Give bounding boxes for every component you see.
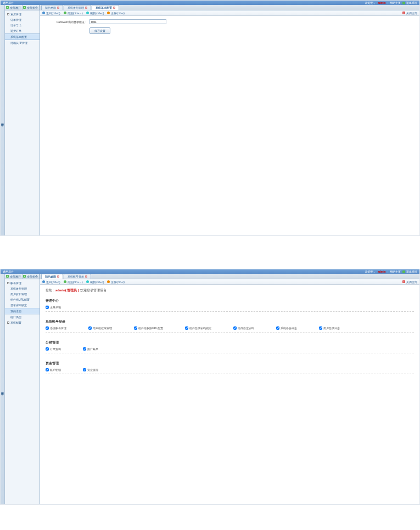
checkbox[interactable] [233, 326, 237, 330]
forward-button[interactable]: 前进(ctrl+→) [64, 280, 83, 284]
vnav-orders[interactable]: 订单管理 [1, 120, 4, 122]
perm-checkbox[interactable]: 组件组权限URL配置 [134, 326, 163, 330]
site-home-link[interactable]: 网站主页 [390, 1, 401, 4]
fullscreen-button[interactable]: 全屏(ctrl+r) [107, 280, 125, 284]
tab-desktop[interactable]: 我的桌面× [41, 274, 63, 279]
refresh-button[interactable]: 刷新(ctrl+q) [86, 12, 104, 15]
checkbox[interactable] [46, 326, 49, 330]
plus-icon: + [23, 275, 26, 278]
checkbox[interactable] [276, 326, 279, 330]
tab-sysconfig[interactable]: 系统基本配置× [92, 5, 119, 10]
forward-icon [64, 12, 66, 14]
section-title: 系统帐号登录 [46, 319, 414, 324]
back-icon [42, 280, 45, 283]
sidebar-group-account[interactable]: -帐号管理 [5, 280, 40, 286]
fullscreen-icon [107, 12, 110, 14]
welcome-line: 登陆：admin( 管理员 ) 欢迎登录管理后台 [40, 285, 419, 296]
checkbox[interactable] [83, 347, 86, 351]
close-icon: × [402, 12, 405, 14]
sidebar-item-sysconfig[interactable]: 系统基本配置 [5, 33, 40, 40]
fullscreen-button[interactable]: 全屏(ctrl+r) [107, 12, 125, 15]
sidebar-item-stats[interactable]: 统计类型 [5, 314, 40, 320]
perm-checkbox[interactable]: 订单查询 [46, 347, 61, 351]
back-button[interactable]: 返回(ctrl+b) [42, 280, 60, 284]
checkbox[interactable] [185, 326, 188, 330]
refresh-button[interactable]: 刷新(ctrl+q) [86, 280, 104, 284]
perm-checkbox[interactable]: 主菜单项 [46, 306, 61, 309]
top-bar: 通用后台 欢迎您， admin | 网站主页 退出系统 [1, 1, 419, 5]
logout-button[interactable]: 退出系统 [402, 270, 417, 273]
perm-checkbox[interactable]: 推广账单 [83, 347, 98, 351]
refresh-icon [86, 280, 89, 283]
sidebar-item-discount[interactable]: 用户折扣管理 [5, 291, 40, 297]
sidebar-item-return[interactable]: 退货订单 [5, 28, 40, 33]
sidebar-item-pwdlock[interactable]: 登录密码锁定 [5, 302, 40, 308]
forward-icon [64, 280, 66, 283]
login-verify-input[interactable] [89, 19, 166, 24]
perm-checkbox[interactable]: 用户登录日志 [319, 326, 340, 330]
checkbox[interactable] [46, 306, 49, 309]
sidebar: +全部展开 +全部折叠 -帐号管理 系统参与管理 用户折扣管理 组件组URL配置… [5, 274, 40, 504]
exit-icon [402, 2, 405, 4]
perm-checkbox[interactable]: 用户组权限管理 [88, 326, 112, 330]
sidebar: +全部展开 +全部折叠 -发货管理 订单管理 订单导出 退货订单 系统基本配置 … [5, 5, 40, 235]
checkbox[interactable] [46, 368, 49, 371]
perm-checkbox[interactable]: 账户明细 [46, 368, 61, 371]
logout-button[interactable]: 退出系统 [402, 1, 417, 4]
close-all-button[interactable]: ×关闭全部 [402, 280, 417, 284]
section-title: 分销管理 [46, 340, 414, 345]
exit-icon [402, 270, 405, 273]
perm-checkbox[interactable]: 组件登录密码锁定 [185, 326, 211, 330]
tab-sysaccount[interactable]: 系统帐号登录× [64, 274, 91, 279]
checkbox[interactable] [83, 368, 86, 371]
sidebar-item-desktop[interactable]: 我的桌面 [5, 308, 40, 314]
collapse-all[interactable]: +全部折叠 [23, 274, 40, 279]
checkbox[interactable] [46, 347, 49, 351]
site-home-link[interactable]: 网站主页 [390, 270, 401, 273]
sidebar-item-export[interactable]: 订单导出 [5, 22, 40, 28]
perm-checkbox[interactable]: 系统备份日志 [276, 326, 297, 330]
expand-all[interactable]: +全部展开 [5, 5, 23, 10]
plus-icon: + [7, 322, 9, 324]
checkbox[interactable] [88, 326, 92, 330]
plus-icon: + [23, 6, 26, 9]
current-user: admin [378, 1, 386, 4]
perm-checkbox[interactable]: 系统帐号管理 [46, 326, 66, 330]
tab-bar: 我的桌面× 系统帐号登录× [40, 274, 419, 279]
expand-all[interactable]: +全部展开 [5, 274, 23, 279]
fullscreen-icon [107, 280, 110, 283]
tab-sysparam[interactable]: 系统参与管理× [64, 5, 91, 10]
sidebar-item-compurl[interactable]: 组件组URL配置 [5, 297, 40, 302]
close-icon[interactable]: × [85, 7, 87, 9]
close-icon[interactable]: × [85, 275, 87, 278]
section-title: 资金管理 [46, 361, 414, 366]
sidebar-item-order[interactable]: 订单管理 [5, 17, 40, 22]
app-title: 通用后台 [3, 270, 14, 273]
minus-icon: - [7, 13, 9, 15]
checkbox[interactable] [134, 326, 137, 330]
tab-bar: 我的桌面× 系统参与管理× 系统基本配置× [40, 5, 419, 10]
close-all-button[interactable]: ×关闭全部 [402, 12, 417, 15]
toolbar: 返回(ctrl+b) 前进(ctrl+→) 刷新(ctrl+q) 全屏(ctrl… [40, 279, 419, 285]
forward-button[interactable]: 前进(ctrl+→) [64, 12, 83, 15]
close-icon[interactable]: × [57, 275, 59, 278]
vertical-nav: 订单管理 分销管理 系统 [1, 5, 5, 235]
tab-desktop[interactable]: 我的桌面× [41, 5, 63, 10]
back-button[interactable]: 返回(ctrl+b) [42, 12, 60, 15]
vnav-orders[interactable]: 订单管理 [1, 389, 4, 391]
checkbox[interactable] [319, 326, 322, 330]
close-icon[interactable]: × [113, 7, 115, 9]
section-title: 管理中心 [46, 298, 414, 303]
sidebar-item-sysparam[interactable]: 系统参与管理 [5, 286, 40, 291]
perm-checkbox[interactable]: 组件自定密码 [233, 326, 254, 330]
save-button[interactable]: 保存设置 [89, 27, 110, 34]
sidebar-group-ship[interactable]: -发货管理 [5, 12, 40, 17]
current-user: admin [378, 270, 386, 273]
plus-icon: + [6, 6, 9, 9]
perm-checkbox[interactable]: 资金提现 [83, 368, 98, 371]
sidebar-item-ipman[interactable]: 待确认/IP管理 [5, 40, 40, 46]
sidebar-group-sysconf[interactable]: +系统配置 [5, 320, 40, 325]
close-icon[interactable]: × [57, 7, 59, 9]
collapse-all[interactable]: +全部折叠 [23, 5, 40, 10]
plus-icon: + [6, 275, 9, 278]
